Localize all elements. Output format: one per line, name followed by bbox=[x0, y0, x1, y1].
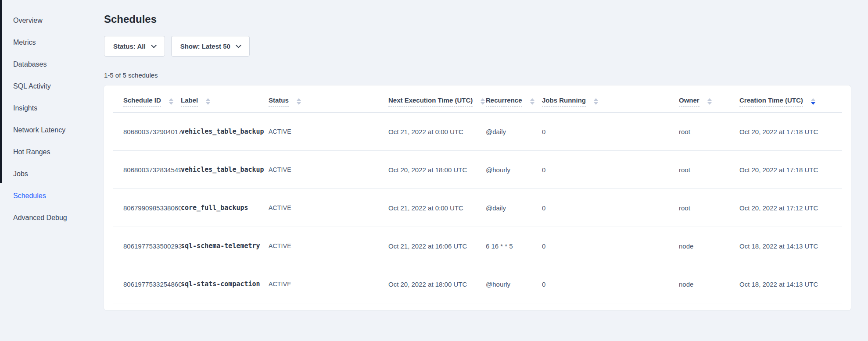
cell-owner: node bbox=[679, 265, 739, 303]
cell-status: ACTIVE bbox=[269, 151, 388, 189]
cell-schedule_id: 806799098533806081 bbox=[113, 189, 181, 227]
table-row: 806197753350029313sql-schema-telemetryAC… bbox=[113, 227, 842, 265]
schedules-table: Schedule IDLabelStatusNext Execution Tim… bbox=[113, 85, 842, 303]
sidebar-item-overview[interactable]: Overview bbox=[0, 10, 104, 32]
sidebar-item-insights[interactable]: Insights bbox=[0, 97, 104, 119]
cell-recurrence: @hourly bbox=[486, 151, 542, 189]
cell-status: ACTIVE bbox=[269, 189, 388, 227]
column-header-next-execution-time-utc[interactable]: Next Execution Time (UTC) bbox=[388, 85, 486, 113]
cell-jobs_running: 0 bbox=[542, 113, 679, 151]
column-header-schedule-id[interactable]: Schedule ID bbox=[113, 85, 181, 113]
column-header-label: Owner bbox=[679, 96, 699, 107]
cell-recurrence: 6 16 * * 5 bbox=[486, 227, 542, 265]
show-filter-dropdown[interactable]: Show: Latest 50 bbox=[171, 36, 250, 57]
sort-down-triangle bbox=[811, 102, 815, 105]
cell-schedule_id: 806197753325486081 bbox=[113, 265, 181, 303]
cell-jobs_running: 0 bbox=[542, 189, 679, 227]
sort-icon[interactable] bbox=[594, 98, 598, 105]
table-row: 806800373283454977vehicles_table_backupA… bbox=[113, 151, 842, 189]
sidebar-item-sql-activity[interactable]: SQL Activity bbox=[0, 75, 104, 97]
sort-icon[interactable] bbox=[297, 98, 301, 105]
column-header-label: Next Execution Time (UTC) bbox=[388, 96, 473, 107]
sidebar-item-jobs[interactable]: Jobs bbox=[0, 163, 104, 185]
cell-creation_time: Oct 20, 2022 at 17:12 UTC bbox=[739, 189, 842, 227]
sort-up-triangle bbox=[169, 98, 173, 101]
column-header-jobs-running[interactable]: Jobs Running bbox=[542, 85, 679, 113]
sidebar-item-hot-ranges[interactable]: Hot Ranges bbox=[0, 141, 104, 163]
cell-label: sql-stats-compaction bbox=[181, 265, 269, 303]
cell-next_execution: Oct 21, 2022 at 0:00 UTC bbox=[388, 189, 486, 227]
sort-down-triangle bbox=[530, 102, 534, 105]
sort-down-triangle bbox=[707, 102, 712, 105]
cell-recurrence: @daily bbox=[486, 189, 542, 227]
column-header-recurrence[interactable]: Recurrence bbox=[486, 85, 542, 113]
sort-up-triangle bbox=[481, 98, 485, 101]
cell-next_execution: Oct 20, 2022 at 18:00 UTC bbox=[388, 151, 486, 189]
cell-label: sql-schema-telemetry bbox=[181, 227, 269, 265]
sort-down-triangle bbox=[206, 102, 210, 105]
column-header-label[interactable]: Label bbox=[181, 85, 269, 113]
table-header-row: Schedule IDLabelStatusNext Execution Tim… bbox=[113, 85, 842, 113]
cell-creation_time: Oct 20, 2022 at 17:18 UTC bbox=[739, 113, 842, 151]
status-filter-dropdown[interactable]: Status: All bbox=[104, 36, 165, 57]
cell-owner: node bbox=[679, 227, 739, 265]
chevron-down-icon bbox=[236, 43, 241, 48]
cell-status: ACTIVE bbox=[269, 227, 388, 265]
show-filter-label: Show: Latest 50 bbox=[180, 43, 230, 50]
table-row: 806800373290401793vehicles_table_backupA… bbox=[113, 113, 842, 151]
filter-bar: Status: All Show: Latest 50 bbox=[104, 36, 851, 57]
sort-down-triangle bbox=[297, 102, 301, 105]
page-title: Schedules bbox=[104, 13, 851, 25]
column-header-label: Schedule ID bbox=[123, 96, 161, 107]
sidebar-item-metrics[interactable]: Metrics bbox=[0, 32, 104, 53]
sort-up-triangle bbox=[811, 98, 815, 101]
status-filter-label: Status: All bbox=[113, 43, 146, 50]
column-header-creation-time-utc[interactable]: Creation Time (UTC) bbox=[739, 85, 842, 113]
cell-owner: root bbox=[679, 113, 739, 151]
sort-down-triangle bbox=[481, 102, 485, 105]
column-header-owner[interactable]: Owner bbox=[679, 85, 739, 113]
sort-icon[interactable] bbox=[206, 98, 210, 105]
sidebar-item-network-latency[interactable]: Network Latency bbox=[0, 119, 104, 141]
cell-next_execution: Oct 21, 2022 at 0:00 UTC bbox=[388, 113, 486, 151]
screen-edge-artifact bbox=[0, 0, 2, 183]
chevron-down-icon bbox=[151, 43, 157, 48]
cell-creation_time: Oct 18, 2022 at 14:13 UTC bbox=[739, 265, 842, 303]
schedules-table-card: Schedule IDLabelStatusNext Execution Tim… bbox=[104, 85, 851, 310]
sidebar-item-databases[interactable]: Databases bbox=[0, 53, 104, 75]
sidebar-item-advanced-debug[interactable]: Advanced Debug bbox=[0, 207, 104, 229]
cell-jobs_running: 0 bbox=[542, 151, 679, 189]
column-header-label: Recurrence bbox=[486, 96, 522, 107]
sort-down-triangle bbox=[169, 102, 173, 105]
cell-recurrence: @hourly bbox=[486, 265, 542, 303]
table-row: 806799098533806081core_full_backupsACTIV… bbox=[113, 189, 842, 227]
table-row: 806197753325486081sql-stats-compactionAC… bbox=[113, 265, 842, 303]
sidebar-nav: OverviewMetricsDatabasesSQL ActivityInsi… bbox=[0, 0, 104, 341]
sort-up-triangle bbox=[530, 98, 534, 101]
cell-status: ACTIVE bbox=[269, 265, 388, 303]
cell-jobs_running: 0 bbox=[542, 227, 679, 265]
sort-icon[interactable] bbox=[169, 98, 173, 105]
cell-recurrence: @daily bbox=[486, 113, 542, 151]
sort-desc-active-icon[interactable] bbox=[811, 98, 815, 105]
sort-icon[interactable] bbox=[707, 98, 712, 105]
sort-up-triangle bbox=[206, 98, 210, 101]
cell-label: vehicles_table_backup bbox=[181, 151, 269, 189]
column-header-status[interactable]: Status bbox=[269, 85, 388, 113]
results-count: 1-5 of 5 schedules bbox=[104, 71, 851, 79]
cell-owner: root bbox=[679, 151, 739, 189]
cell-next_execution: Oct 21, 2022 at 16:06 UTC bbox=[388, 227, 486, 265]
column-header-label: Jobs Running bbox=[542, 96, 586, 107]
cell-schedule_id: 806800373283454977 bbox=[113, 151, 181, 189]
cell-schedule_id: 806800373290401793 bbox=[113, 113, 181, 151]
cell-creation_time: Oct 20, 2022 at 17:18 UTC bbox=[739, 151, 842, 189]
sort-icon[interactable] bbox=[530, 98, 534, 105]
cell-schedule_id: 806197753350029313 bbox=[113, 227, 181, 265]
sidebar-item-schedules[interactable]: Schedules bbox=[0, 185, 104, 207]
cell-owner: root bbox=[679, 189, 739, 227]
sort-icon[interactable] bbox=[481, 98, 485, 105]
cell-status: ACTIVE bbox=[269, 113, 388, 151]
column-header-label: Label bbox=[181, 96, 198, 107]
cell-next_execution: Oct 20, 2022 at 18:00 UTC bbox=[388, 265, 486, 303]
sort-up-triangle bbox=[707, 98, 712, 101]
